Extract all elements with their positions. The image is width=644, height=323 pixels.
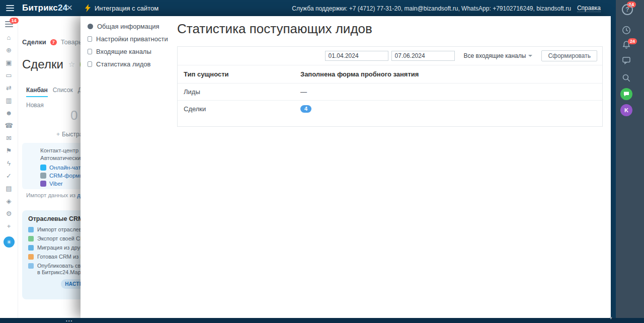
shield-icon[interactable]: ◈ (5, 197, 14, 205)
document-icon (88, 36, 92, 42)
integration-slider-panel: Общая информация Настройки приватности В… (80, 16, 611, 318)
row-value-badge: 4 (300, 105, 311, 113)
row-value: — (300, 88, 307, 96)
bottom-scroll-bar[interactable] (0, 318, 644, 323)
stats-filter-bar: Все входящие каналы Сформировать (178, 47, 602, 65)
megaphone-icon[interactable]: ⚑ (5, 146, 14, 155)
mail-icon[interactable]: ✉ (5, 134, 14, 142)
viber-icon (40, 181, 46, 187)
chart-icon[interactable]: ▥ (5, 96, 14, 105)
messenger-icon[interactable] (620, 88, 632, 100)
table-row: Лиды — (178, 83, 602, 100)
bitrix24-logo[interactable]: Битрикс24 (22, 3, 67, 13)
nav-privacy-settings[interactable]: Настройки приватности (80, 33, 169, 45)
nav-incoming-channels[interactable]: Входящие каналы (80, 45, 169, 58)
support-contacts-text: Служба поддержки: +7 (4712) 77-31-20, ma… (292, 5, 571, 12)
generate-report-button[interactable]: Сформировать (541, 50, 597, 61)
table-row: Сделки 4 (178, 100, 602, 117)
users-icon[interactable]: ☻ (5, 109, 14, 117)
stats-page-title: Статистика поступающих лидов (177, 21, 603, 37)
page-title: Сделки (22, 57, 63, 71)
user-avatar[interactable]: K (620, 104, 632, 116)
stats-table-header: Тип сущности Заполнена форма пробного за… (178, 65, 602, 83)
date-to-input[interactable] (391, 51, 455, 61)
date-from-input[interactable] (325, 51, 388, 61)
phone-icon[interactable]: ☎ (5, 121, 14, 130)
bell-counter-badge: 24 (628, 38, 637, 44)
automation-icon[interactable]: ϟ (5, 159, 14, 168)
help-icon[interactable]: ? (622, 4, 633, 15)
slider-nav: Общая информация Настройки приватности В… (80, 16, 169, 70)
plus-icon[interactable]: + (5, 222, 14, 230)
stats-box: Все входящие каналы Сформировать Тип сущ… (177, 46, 603, 127)
globe-icon[interactable]: ⊕ (5, 46, 14, 54)
row-entity-label: Сделки (184, 105, 300, 113)
left-icon-rail: 14 ⌂ ⊕ ▣ ▭ ⇄ ▥ ☻ ☎ ✉ ⚑ ϟ ✓ ▤ ◈ ⚙ + ✳ (0, 16, 18, 318)
integration-bolt-icon (85, 4, 91, 14)
tab-products[interactable]: Товары (61, 38, 84, 46)
document-icon (88, 61, 92, 67)
search-icon[interactable] (621, 73, 631, 85)
sites-icon[interactable]: ▤ (5, 184, 14, 193)
slider-content: Статистика поступающих лидов Все входящи… (177, 16, 603, 127)
boost-icon[interactable]: ✳ (4, 236, 15, 248)
top-bar: Битрикс24 × Интеграция с сайтом Служба п… (0, 0, 644, 16)
deals-counter-badge: 7 (50, 39, 57, 45)
col-channel-name: Заполнена форма пробного занятия (300, 70, 419, 78)
export-icon (28, 236, 34, 241)
info-circle-icon (88, 24, 93, 29)
topbar-right-group: Служба поддержки: +7 (4712) 77-31-20, ma… (292, 5, 601, 12)
view-tab-kanban[interactable]: Канбан (26, 87, 48, 97)
box-icon (28, 254, 34, 260)
settings-icon[interactable]: ⚙ (5, 209, 14, 218)
channel-select[interactable]: Все входящие каналы (464, 52, 533, 59)
kanban-stage-count: 0 (70, 108, 77, 123)
col-entity-type: Тип сущности (184, 70, 300, 78)
nav-general-info[interactable]: Общая информация (80, 20, 169, 33)
rail-notification-badge: 14 (10, 18, 19, 24)
sync-icon[interactable]: ⇄ (5, 84, 14, 92)
history-clock-icon[interactable] (621, 25, 631, 37)
right-notification-rail: 14 ? 24 K (616, 0, 644, 323)
nav-lead-statistics[interactable]: Статистика лидов (80, 58, 169, 70)
online-chat-icon (40, 165, 46, 171)
slider-header-title: Интеграция с сайтом (95, 5, 158, 12)
chevron-down-icon (528, 55, 532, 57)
document-icon (88, 49, 92, 54)
slider-close-button[interactable]: × (66, 1, 72, 14)
kanban-scroll-dots: ••• (66, 318, 73, 323)
kanban-stage-title: Новая (26, 102, 44, 109)
home-icon[interactable]: ⌂ (5, 33, 14, 42)
tab-deals[interactable]: Сделки (22, 38, 46, 46)
row-entity-label: Лиды (184, 88, 300, 96)
crm-form-icon (40, 173, 46, 179)
migration-icon (28, 245, 34, 251)
crm-section-tabs: Сделки 7 Товары (22, 38, 83, 46)
main-menu-icon[interactable] (6, 5, 14, 11)
import-icon (28, 227, 34, 232)
share-icon (28, 263, 34, 269)
monitor-icon[interactable]: ▭ (5, 71, 14, 79)
slider-scroll-arrow-icon[interactable]: ▾ (610, 315, 612, 320)
favorite-star-icon[interactable]: ☆ (68, 60, 75, 69)
chat-icon[interactable] (621, 55, 631, 67)
tasks-icon[interactable]: ✓ (5, 172, 14, 180)
help-link[interactable]: Справка (577, 5, 601, 12)
rail-menu-icon[interactable]: 14 (5, 21, 13, 27)
cart-icon[interactable]: ▣ (5, 58, 14, 67)
view-tab-list[interactable]: Список (53, 87, 73, 97)
quick-add-plus-icon: + (56, 131, 60, 138)
